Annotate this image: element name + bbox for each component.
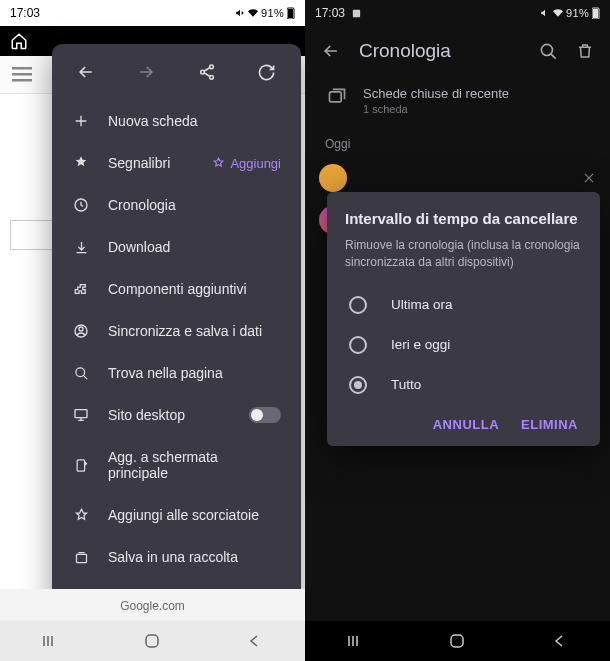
menu-label: Sito desktop xyxy=(108,407,231,423)
tabs-icon xyxy=(327,86,347,106)
puzzle-icon xyxy=(72,282,90,297)
browser-menu: Nuova scheda Segnalibri Aggiungi Cronolo… xyxy=(52,44,301,620)
svg-point-10 xyxy=(79,327,83,331)
desktop-icon xyxy=(72,407,90,423)
menu-bookmarks[interactable]: Segnalibri Aggiungi xyxy=(52,142,301,184)
svg-point-11 xyxy=(75,367,84,376)
svg-rect-12 xyxy=(75,410,87,418)
menu-desktop-site[interactable]: Sito desktop xyxy=(52,394,301,436)
forward-icon[interactable] xyxy=(132,58,160,86)
status-indicators: 91% xyxy=(540,7,600,19)
svg-rect-22 xyxy=(451,635,463,647)
svg-rect-21 xyxy=(330,92,342,102)
radio-last-hour[interactable]: Ultima ora xyxy=(345,285,582,325)
radio-everything[interactable]: Tutto xyxy=(345,365,582,405)
delete-icon[interactable] xyxy=(576,42,594,60)
menu-save-collection[interactable]: Salva in una raccolta xyxy=(52,536,301,578)
download-icon xyxy=(72,240,90,255)
menu-sync[interactable]: Sincronizza e salva i dati xyxy=(52,310,301,352)
system-navbar xyxy=(305,621,610,661)
svg-rect-17 xyxy=(353,9,360,16)
svg-rect-19 xyxy=(593,9,598,18)
plus-icon xyxy=(72,113,90,129)
radio-icon xyxy=(349,296,367,314)
delete-button[interactable]: Elimina xyxy=(521,417,578,432)
share-icon[interactable] xyxy=(193,58,221,86)
close-icon[interactable] xyxy=(582,171,596,185)
svg-rect-14 xyxy=(76,554,86,562)
recently-closed[interactable]: Schede chiuse di recente 1 scheda xyxy=(305,76,610,131)
desktop-site-toggle[interactable] xyxy=(249,407,281,423)
back-button[interactable] xyxy=(539,634,579,648)
bookmark-icon xyxy=(72,155,90,171)
pin-icon xyxy=(72,508,90,523)
menu-label: Cronologia xyxy=(108,197,281,213)
radio-icon xyxy=(349,336,367,354)
menu-new-tab[interactable]: Nuova scheda xyxy=(52,100,301,142)
svg-rect-1 xyxy=(288,9,293,18)
radio-label: Tutto xyxy=(391,377,421,392)
menu-label: Nuova scheda xyxy=(108,113,281,129)
back-button[interactable] xyxy=(234,634,274,648)
recent-sub: 1 scheda xyxy=(363,103,509,115)
section-today: Oggi xyxy=(305,131,610,157)
menu-add-shortcut[interactable]: Aggiungi alle scorciatoie xyxy=(52,494,301,536)
svg-rect-16 xyxy=(146,635,158,647)
badge-label: Aggiungi xyxy=(230,156,281,171)
clear-history-dialog: Intervallo di tempo da cancellare Rimuov… xyxy=(327,192,600,446)
svg-rect-13 xyxy=(77,459,85,470)
dialog-title: Intervallo di tempo da cancellare xyxy=(345,210,582,227)
radio-label: Ieri e oggi xyxy=(391,337,450,352)
recents-button[interactable] xyxy=(31,634,71,648)
svg-rect-3 xyxy=(12,73,32,76)
reload-icon[interactable] xyxy=(253,58,281,86)
menu-label: Segnalibri xyxy=(108,155,194,171)
menu-label: Agg. a schermata principale xyxy=(108,449,281,481)
menu-history[interactable]: Cronologia xyxy=(52,184,301,226)
menu-download[interactable]: Download xyxy=(52,226,301,268)
home-icon[interactable] xyxy=(10,32,28,50)
home-button[interactable] xyxy=(132,633,172,649)
svg-point-20 xyxy=(541,44,552,55)
radio-today-yesterday[interactable]: Ieri e oggi xyxy=(345,325,582,365)
menu-find[interactable]: Trova nella pagina xyxy=(52,352,301,394)
favicon xyxy=(319,164,347,192)
cancel-button[interactable]: Annulla xyxy=(433,417,499,432)
radio-icon xyxy=(349,376,367,394)
dialog-description: Rimuove la cronologia (inclusa la cronol… xyxy=(345,237,582,271)
system-navbar xyxy=(0,621,305,661)
home-button[interactable] xyxy=(437,633,477,649)
search-icon[interactable] xyxy=(539,42,558,61)
page-url: Google.com xyxy=(0,589,305,621)
clock-icon xyxy=(72,197,90,213)
back-icon[interactable] xyxy=(72,58,100,86)
recent-title: Schede chiuse di recente xyxy=(363,86,509,101)
status-time: 17:03 xyxy=(315,6,345,20)
menu-label: Salva in una raccolta xyxy=(108,549,281,565)
add-bookmark-button[interactable]: Aggiungi xyxy=(212,156,281,171)
menu-label: Download xyxy=(108,239,281,255)
status-indicators: 91% xyxy=(235,7,295,19)
menu-label: Sincronizza e salva i dati xyxy=(108,323,281,339)
search-icon xyxy=(72,366,90,381)
recents-button[interactable] xyxy=(336,634,376,648)
menu-label: Aggiungi alle scorciatoie xyxy=(108,507,281,523)
back-icon[interactable] xyxy=(321,41,341,61)
menu-label: Trova nella pagina xyxy=(108,365,281,381)
collection-icon xyxy=(72,550,90,565)
svg-rect-2 xyxy=(12,67,32,70)
status-time: 17:03 xyxy=(10,6,40,20)
svg-rect-4 xyxy=(12,79,32,82)
add-home-icon xyxy=(72,458,90,473)
menu-add-homescreen[interactable]: Agg. a schermata principale xyxy=(52,436,301,494)
sync-icon xyxy=(72,323,90,339)
menu-label: Componenti aggiuntivi xyxy=(108,281,281,297)
menu-addons[interactable]: Componenti aggiuntivi xyxy=(52,268,301,310)
page-title: Cronologia xyxy=(359,40,521,62)
hamburger-icon[interactable] xyxy=(12,67,32,83)
radio-label: Ultima ora xyxy=(391,297,453,312)
